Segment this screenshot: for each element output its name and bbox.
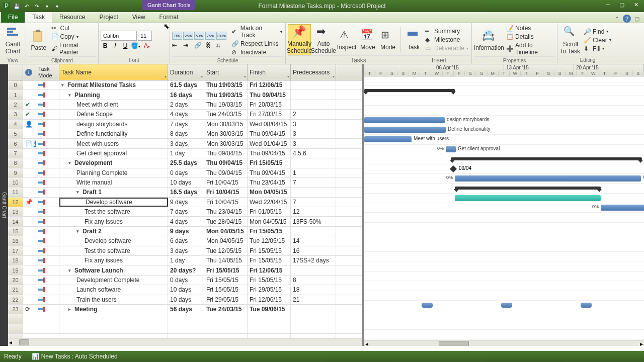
- font-color-button[interactable]: A▾: [144, 42, 156, 49]
- cut-button[interactable]: ✂Cut: [50, 24, 96, 32]
- table-row[interactable]: 5Define functionality8 daysMon 30/03/15T…: [8, 129, 362, 139]
- manually-schedule-button[interactable]: 📌Manually Schedule: [288, 24, 311, 55]
- table-row[interactable]: 3✔Define Scope4 daysTue 24/03/15Fri 27/0…: [8, 110, 362, 119]
- qat-icon[interactable]: ▾: [42, 2, 51, 11]
- svg-rect-6: [36, 30, 40, 32]
- save-icon[interactable]: 💾: [12, 2, 21, 11]
- col-duration[interactable]: Duration▾: [168, 64, 204, 80]
- table-row[interactable]: 17Test the software3 daysTue 12/05/15Fri…: [8, 246, 362, 256]
- table-row[interactable]: 19▾Software Launch20 days?Fri 15/05/15Fr…: [8, 265, 362, 275]
- tab-view[interactable]: View: [125, 12, 152, 23]
- status-new-tasks[interactable]: 📊New Tasks : Auto Scheduled: [32, 353, 118, 360]
- find-button[interactable]: 🔎Find▾: [583, 28, 612, 36]
- table-row[interactable]: 0▾Format Milestone Tasks61.5 daysThu 19/…: [8, 80, 362, 90]
- table-row[interactable]: 23⟳▸Meeting56 daysTue 24/03/15Tue 09/06/…: [8, 305, 362, 314]
- table-row[interactable]: 8▾Development25.5 daysThu 09/04/15Fri 15…: [8, 158, 362, 168]
- table-row[interactable]: 16Develop software6 daysMon 04/05/15Tue …: [8, 236, 362, 246]
- paste-button[interactable]: Paste: [28, 25, 49, 56]
- add-timeline-button[interactable]: ➕Add to Timeline: [505, 41, 555, 56]
- col-task-mode[interactable]: Task Mode: [36, 64, 59, 80]
- table-row[interactable]: 4👤design storyboards7 daysMon 30/03/15We…: [8, 120, 362, 129]
- font-name-input[interactable]: [101, 31, 137, 41]
- table-row[interactable]: 18Fix any issues1 dayThu 14/05/15Fri 15/…: [8, 256, 362, 265]
- table-row[interactable]: 2✔Meet with client2 daysThu 19/03/15Fri …: [8, 100, 362, 110]
- redo-icon[interactable]: ↷: [32, 2, 41, 11]
- details-button[interactable]: 📋Details: [505, 33, 555, 41]
- help-icon[interactable]: ?: [623, 15, 631, 23]
- percent-complete-buttons[interactable]: 0%25%50%75%100%: [172, 32, 226, 40]
- gantt-hscroll[interactable]: ◂▸: [364, 340, 644, 346]
- status-bar: Ready 📊New Tasks : Auto Scheduled: [0, 351, 644, 362]
- svg-rect-17: [43, 122, 45, 127]
- outdent-button[interactable]: ⇤: [172, 42, 182, 49]
- mark-on-track-button[interactable]: ✔Mark on Track▾: [230, 24, 283, 39]
- split-button[interactable]: ⎌: [216, 42, 226, 49]
- tab-task[interactable]: Task: [25, 11, 52, 23]
- ribbon-collapse-icon[interactable]: ⌃: [613, 15, 621, 23]
- table-row[interactable]: 11▾Draft 116.5 daysFri 10/04/15Mon 04/05…: [8, 188, 362, 197]
- col-task-name[interactable]: Task Name▾: [59, 64, 168, 80]
- copy-button[interactable]: 📄Copy▾: [50, 33, 96, 41]
- col-start[interactable]: Start▾: [204, 64, 248, 80]
- table-row[interactable]: 6📄👤Meet with users3 daysMon 30/03/15Wed …: [8, 139, 362, 148]
- svg-rect-3: [7, 31, 13, 33]
- milestone-button[interactable]: ◆Milestone: [424, 36, 469, 44]
- deliverable-button[interactable]: ▭Deliverable▾: [424, 44, 469, 52]
- inspect-button[interactable]: ⚠Inspect: [336, 24, 357, 55]
- window-options-icon[interactable]: ▢: [633, 15, 641, 23]
- unlink-button[interactable]: ⛓: [205, 42, 215, 49]
- side-gantt-tab[interactable]: Gantt Chart: [0, 64, 8, 346]
- respect-links-button[interactable]: 🔗Respect Links: [230, 40, 283, 48]
- link-button[interactable]: 🔗: [194, 42, 204, 49]
- table-row[interactable]: 1▾Planning16 daysThu 19/03/15Thu 09/04/1…: [8, 90, 362, 100]
- italic-button[interactable]: I: [111, 42, 120, 49]
- gantt-chart-area[interactable]: 06 Apr '1513 Apr '1520 Apr '15 TFSSMTWTF…: [364, 64, 644, 346]
- table-row[interactable]: 21Launch software10 daysFri 15/05/15Fri …: [8, 285, 362, 295]
- scroll-to-task-button[interactable]: 🔍Scroll to Task: [559, 25, 582, 56]
- fill-button[interactable]: ⬇Fill▾: [583, 45, 612, 53]
- notes-button[interactable]: 📝Notes: [505, 24, 555, 32]
- font-size-input[interactable]: [138, 31, 152, 41]
- minimize-icon[interactable]: ─: [602, 0, 614, 9]
- table-row[interactable]: 9Planning Complete0 daysThu 09/04/15Thu …: [8, 168, 362, 178]
- tab-project[interactable]: Project: [92, 12, 125, 23]
- table-row[interactable]: 10Write manual10 daysFri 10/04/15Thu 23/…: [8, 178, 362, 188]
- table-row[interactable]: 14Fix any issues4 daysTue 28/04/15Mon 04…: [8, 217, 362, 226]
- table-row[interactable]: 22Train the users10 daysFri 29/05/15Fri …: [8, 295, 362, 305]
- task-button[interactable]: Task: [404, 24, 423, 55]
- mode-button[interactable]: ⊞Mode: [378, 24, 397, 55]
- col-rownum[interactable]: [8, 64, 23, 80]
- tab-format[interactable]: Format: [152, 12, 186, 23]
- clear-button[interactable]: 🧹Clear▾: [583, 36, 612, 44]
- col-finish[interactable]: Finish▾: [248, 64, 291, 80]
- qat-icon2[interactable]: ▾: [52, 2, 61, 11]
- fill-color-button[interactable]: 🪣▾: [131, 42, 143, 49]
- indent-button[interactable]: ⇥: [183, 42, 193, 49]
- col-predecessors[interactable]: Predecessors▾: [291, 64, 336, 80]
- move-button[interactable]: 📅Move: [358, 24, 377, 55]
- col-indicators[interactable]: i: [23, 64, 36, 80]
- svg-rect-5: [34, 31, 42, 41]
- tab-file[interactable]: File: [1, 12, 25, 23]
- grid-hscroll[interactable]: ◂: [8, 338, 362, 346]
- summary-button[interactable]: ━Summary: [424, 27, 469, 35]
- gantt-chart-button[interactable]: Gantt Chart: [2, 25, 24, 56]
- auto-schedule-button[interactable]: ➡Auto Schedule: [312, 24, 335, 55]
- table-row[interactable]: 7Get client approval1 dayThu 09/04/15Thu…: [8, 149, 362, 158]
- bold-button[interactable]: B: [101, 42, 110, 49]
- title-bar: P 💾 ↶ ↷ ▾ ▾ Gantt Chart Tools Format Mil…: [0, 0, 644, 12]
- app-icon[interactable]: P: [2, 2, 11, 11]
- underline-button[interactable]: U: [121, 42, 130, 49]
- tab-resource[interactable]: Resource: [52, 12, 92, 23]
- undo-icon[interactable]: ↶: [22, 2, 31, 11]
- table-row[interactable]: 13Test the software7 daysThu 23/04/15Fri…: [8, 207, 362, 217]
- close-icon[interactable]: ✕: [630, 0, 642, 9]
- table-row[interactable]: 20Development Complete0 daysFri 15/05/15…: [8, 276, 362, 285]
- inactivate-button[interactable]: ⊘Inactivate: [230, 48, 283, 56]
- format-painter-button[interactable]: 🖌Format Painter: [50, 41, 96, 56]
- contextual-tab-label: Gantt Chart Tools: [142, 0, 195, 10]
- maximize-icon[interactable]: ▢: [616, 0, 628, 9]
- information-button[interactable]: 📇Information: [474, 25, 504, 56]
- table-row[interactable]: 15▾Draft 29 daysMon 04/05/15Fri 15/05/15: [8, 227, 362, 236]
- table-row[interactable]: 12📌Develop software9 daysFri 10/04/15Wed…: [8, 198, 362, 207]
